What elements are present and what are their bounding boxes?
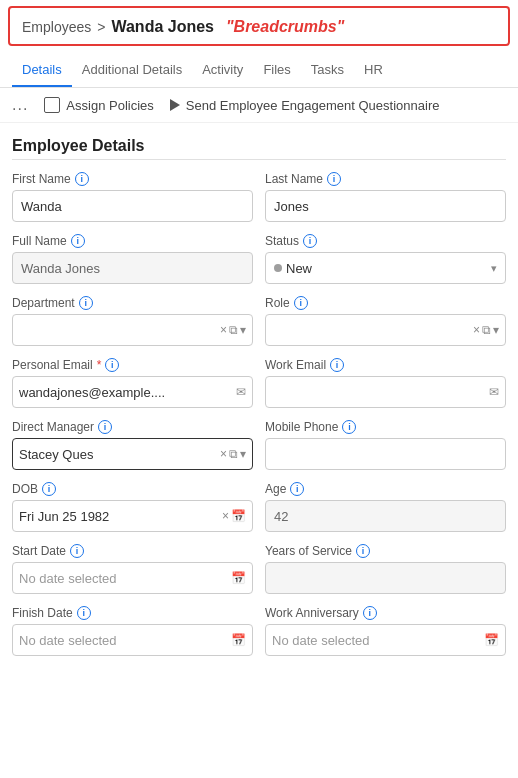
mobile-phone-label: Mobile Phone i (265, 420, 506, 434)
full-name-info-icon[interactable]: i (71, 234, 85, 248)
start-date-input-wrap: 📅 (12, 562, 253, 594)
full-name-field: Full Name i (12, 234, 253, 284)
role-label: Role i (265, 296, 506, 310)
section-title: Employee Details (0, 123, 518, 159)
breadcrumb-current: Wanda Jones (111, 18, 214, 36)
dob-clear-icon[interactable]: × (222, 509, 229, 523)
finish-date-input-wrap: 📅 (12, 624, 253, 656)
age-field: Age i (265, 482, 506, 532)
work-email-input-wrap: ✉ (265, 376, 506, 408)
age-input (265, 500, 506, 532)
years-of-service-field: Years of Service i (265, 544, 506, 594)
last-name-field: Last Name i (265, 172, 506, 222)
direct-manager-input[interactable] (19, 439, 218, 469)
action-bar: ... Assign Policies Send Employee Engage… (0, 88, 518, 123)
work-email-field: Work Email i ✉ (265, 358, 506, 408)
personal-email-info-icon[interactable]: i (105, 358, 119, 372)
work-anniversary-label: Work Anniversary i (265, 606, 506, 620)
tab-tasks[interactable]: Tasks (301, 52, 354, 87)
full-name-input (12, 252, 253, 284)
department-input[interactable] (19, 315, 218, 345)
department-info-icon[interactable]: i (79, 296, 93, 310)
dob-calendar-icon[interactable]: 📅 (231, 509, 246, 523)
role-clear-icon[interactable]: × (473, 323, 480, 337)
mobile-phone-input[interactable] (265, 438, 506, 470)
personal-email-input-wrap: ✉ (12, 376, 253, 408)
years-of-service-info-icon[interactable]: i (356, 544, 370, 558)
send-questionnaire-label: Send Employee Engagement Questionnaire (186, 98, 440, 113)
assign-policies-button[interactable]: Assign Policies (44, 97, 153, 113)
department-label: Department i (12, 296, 253, 310)
role-field: Role i × ⧉ ▾ (265, 296, 506, 346)
finish-date-input[interactable] (19, 625, 229, 655)
last-name-label: Last Name i (265, 172, 506, 186)
breadcrumb-annotation: "Breadcrumbs" (226, 18, 344, 36)
finish-date-field: Finish Date i 📅 (12, 606, 253, 656)
status-field: Status i New ▾ New Active Inactive (265, 234, 506, 284)
first-name-info-icon[interactable]: i (75, 172, 89, 186)
department-clear-icon[interactable]: × (220, 323, 227, 337)
direct-manager-chevron-icon[interactable]: ▾ (240, 447, 246, 461)
personal-email-required: * (97, 358, 102, 372)
direct-manager-info-icon[interactable]: i (98, 420, 112, 434)
last-name-input[interactable] (265, 190, 506, 222)
department-field: Department i × ⧉ ▾ (12, 296, 253, 346)
finish-date-info-icon[interactable]: i (77, 606, 91, 620)
status-info-icon[interactable]: i (303, 234, 317, 248)
role-chevron-icon[interactable]: ▾ (493, 323, 499, 337)
tab-hr[interactable]: HR (354, 52, 393, 87)
tab-additional-details[interactable]: Additional Details (72, 52, 192, 87)
breadcrumb-separator: > (97, 19, 105, 35)
work-anniversary-input-wrap: 📅 (265, 624, 506, 656)
breadcrumb-parent[interactable]: Employees (22, 19, 91, 35)
age-info-icon[interactable]: i (290, 482, 304, 496)
direct-manager-clear-icon[interactable]: × (220, 447, 227, 461)
work-anniversary-input[interactable] (272, 625, 482, 655)
age-label: Age i (265, 482, 506, 496)
more-actions-button[interactable]: ... (12, 96, 28, 114)
status-label: Status i (265, 234, 506, 248)
department-external-icon[interactable]: ⧉ (229, 323, 238, 337)
work-anniversary-info-icon[interactable]: i (363, 606, 377, 620)
personal-email-icon[interactable]: ✉ (236, 385, 246, 399)
dob-field: DOB i × 📅 (12, 482, 253, 532)
dob-input[interactable] (19, 501, 220, 531)
start-date-calendar-icon[interactable]: 📅 (231, 571, 246, 585)
start-date-input[interactable] (19, 563, 229, 593)
last-name-info-icon[interactable]: i (327, 172, 341, 186)
work-email-input[interactable] (272, 377, 487, 407)
work-email-icon[interactable]: ✉ (489, 385, 499, 399)
mobile-phone-info-icon[interactable]: i (342, 420, 356, 434)
dob-info-icon[interactable]: i (42, 482, 56, 496)
start-date-label: Start Date i (12, 544, 253, 558)
first-name-field: First Name i (12, 172, 253, 222)
dob-label: DOB i (12, 482, 253, 496)
personal-email-input[interactable] (19, 377, 234, 407)
tab-files[interactable]: Files (253, 52, 300, 87)
role-external-icon[interactable]: ⧉ (482, 323, 491, 337)
first-name-input[interactable] (12, 190, 253, 222)
years-of-service-input (265, 562, 506, 594)
assign-policies-icon (44, 97, 60, 113)
send-icon (170, 99, 180, 111)
personal-email-label: Personal Email * i (12, 358, 253, 372)
role-input[interactable] (272, 315, 471, 345)
send-questionnaire-button[interactable]: Send Employee Engagement Questionnaire (170, 98, 440, 113)
role-info-icon[interactable]: i (294, 296, 308, 310)
years-of-service-label: Years of Service i (265, 544, 506, 558)
role-input-wrap: × ⧉ ▾ (265, 314, 506, 346)
department-chevron-icon[interactable]: ▾ (240, 323, 246, 337)
first-name-label: First Name i (12, 172, 253, 186)
work-email-label: Work Email i (265, 358, 506, 372)
tab-details[interactable]: Details (12, 52, 72, 87)
start-date-info-icon[interactable]: i (70, 544, 84, 558)
direct-manager-external-icon[interactable]: ⧉ (229, 447, 238, 461)
work-email-info-icon[interactable]: i (330, 358, 344, 372)
finish-date-calendar-icon[interactable]: 📅 (231, 633, 246, 647)
breadcrumb: Employees > Wanda Jones "Breadcrumbs" (8, 6, 510, 46)
direct-manager-label: Direct Manager i (12, 420, 253, 434)
tab-activity[interactable]: Activity (192, 52, 253, 87)
status-select[interactable]: New ▾ New Active Inactive (265, 252, 506, 284)
full-name-label: Full Name i (12, 234, 253, 248)
work-anniversary-calendar-icon[interactable]: 📅 (484, 633, 499, 647)
